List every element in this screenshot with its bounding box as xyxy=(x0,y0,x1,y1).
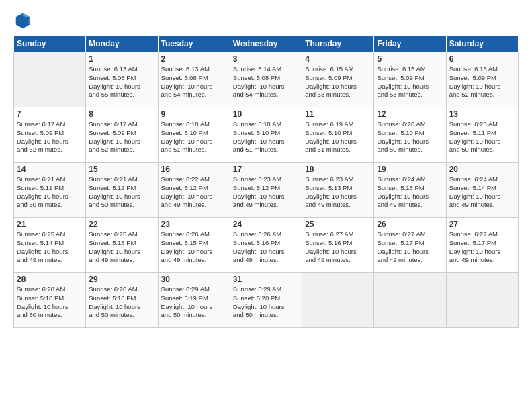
day-cell: 21Sunrise: 6:25 AM Sunset: 5:14 PM Dayli… xyxy=(14,218,86,273)
day-header-saturday: Saturday xyxy=(446,36,518,52)
day-cell xyxy=(14,52,86,107)
calendar-table: SundayMondayTuesdayWednesdayThursdayFrid… xyxy=(13,35,519,328)
week-row-5: 28Sunrise: 6:28 AM Sunset: 5:18 PM Dayli… xyxy=(14,273,519,328)
day-number: 5 xyxy=(377,54,443,64)
day-number: 18 xyxy=(305,165,371,174)
day-cell: 26Sunrise: 6:27 AM Sunset: 5:17 PM Dayli… xyxy=(374,218,446,273)
day-cell: 4Sunrise: 6:15 AM Sunset: 5:09 PM Daylig… xyxy=(302,52,374,107)
header-row: SundayMondayTuesdayWednesdayThursdayFrid… xyxy=(14,36,519,52)
day-cell: 14Sunrise: 6:21 AM Sunset: 5:11 PM Dayli… xyxy=(14,163,86,218)
day-cell: 16Sunrise: 6:22 AM Sunset: 5:12 PM Dayli… xyxy=(158,163,230,218)
day-info: Sunrise: 6:20 AM Sunset: 5:11 PM Dayligh… xyxy=(449,120,515,154)
day-info: Sunrise: 6:15 AM Sunset: 5:09 PM Dayligh… xyxy=(377,65,443,99)
day-info: Sunrise: 6:21 AM Sunset: 5:12 PM Dayligh… xyxy=(89,175,154,210)
day-cell: 29Sunrise: 6:28 AM Sunset: 5:18 PM Dayli… xyxy=(86,273,158,328)
day-number: 8 xyxy=(89,109,154,119)
day-header-tuesday: Tuesday xyxy=(158,36,230,52)
day-info: Sunrise: 6:22 AM Sunset: 5:12 PM Dayligh… xyxy=(161,175,227,210)
day-info: Sunrise: 6:18 AM Sunset: 5:10 PM Dayligh… xyxy=(161,120,227,154)
day-header-wednesday: Wednesday xyxy=(230,36,302,52)
day-info: Sunrise: 6:27 AM Sunset: 5:17 PM Dayligh… xyxy=(377,230,443,265)
day-header-sunday: Sunday xyxy=(14,36,86,52)
day-info: Sunrise: 6:21 AM Sunset: 5:11 PM Dayligh… xyxy=(17,175,83,210)
day-number: 19 xyxy=(377,165,443,174)
day-info: Sunrise: 6:17 AM Sunset: 5:09 PM Dayligh… xyxy=(89,120,154,154)
day-info: Sunrise: 6:24 AM Sunset: 5:13 PM Dayligh… xyxy=(377,175,443,210)
day-cell: 7Sunrise: 6:17 AM Sunset: 5:09 PM Daylig… xyxy=(14,107,86,163)
day-header-friday: Friday xyxy=(374,36,446,52)
day-info: Sunrise: 6:29 AM Sunset: 5:19 PM Dayligh… xyxy=(161,285,227,320)
day-cell xyxy=(374,273,446,328)
day-info: Sunrise: 6:27 AM Sunset: 5:17 PM Dayligh… xyxy=(449,230,515,265)
day-info: Sunrise: 6:23 AM Sunset: 5:13 PM Dayligh… xyxy=(305,175,371,210)
day-cell: 27Sunrise: 6:27 AM Sunset: 5:17 PM Dayli… xyxy=(446,218,518,273)
day-cell: 17Sunrise: 6:23 AM Sunset: 5:12 PM Dayli… xyxy=(230,163,302,218)
day-info: Sunrise: 6:15 AM Sunset: 5:09 PM Dayligh… xyxy=(305,65,371,99)
day-info: Sunrise: 6:26 AM Sunset: 5:16 PM Dayligh… xyxy=(233,230,299,265)
day-cell: 24Sunrise: 6:26 AM Sunset: 5:16 PM Dayli… xyxy=(230,218,302,273)
day-cell: 25Sunrise: 6:27 AM Sunset: 5:16 PM Dayli… xyxy=(302,218,374,273)
day-cell: 9Sunrise: 6:18 AM Sunset: 5:10 PM Daylig… xyxy=(158,107,230,163)
day-number: 21 xyxy=(17,220,83,229)
day-number: 9 xyxy=(161,109,227,119)
week-row-1: 1Sunrise: 6:13 AM Sunset: 5:08 PM Daylig… xyxy=(14,52,519,107)
day-number: 16 xyxy=(161,165,227,174)
logo xyxy=(13,11,35,30)
day-number: 20 xyxy=(449,165,515,174)
day-info: Sunrise: 6:13 AM Sunset: 5:08 PM Dayligh… xyxy=(161,65,227,99)
day-info: Sunrise: 6:25 AM Sunset: 5:14 PM Dayligh… xyxy=(17,230,83,265)
day-info: Sunrise: 6:23 AM Sunset: 5:12 PM Dayligh… xyxy=(233,175,299,210)
day-cell: 19Sunrise: 6:24 AM Sunset: 5:13 PM Dayli… xyxy=(374,163,446,218)
day-number: 2 xyxy=(161,54,227,64)
day-cell xyxy=(446,273,518,328)
day-number: 3 xyxy=(233,54,299,64)
day-cell: 10Sunrise: 6:18 AM Sunset: 5:10 PM Dayli… xyxy=(230,107,302,163)
day-cell: 22Sunrise: 6:25 AM Sunset: 5:15 PM Dayli… xyxy=(86,218,158,273)
day-cell: 23Sunrise: 6:26 AM Sunset: 5:15 PM Dayli… xyxy=(158,218,230,273)
day-cell xyxy=(302,273,374,328)
day-header-monday: Monday xyxy=(86,36,158,52)
day-number: 1 xyxy=(89,54,154,64)
day-number: 13 xyxy=(449,109,515,119)
day-number: 29 xyxy=(89,275,154,284)
page: SundayMondayTuesdayWednesdayThursdayFrid… xyxy=(0,0,532,411)
day-number: 22 xyxy=(89,220,154,229)
day-info: Sunrise: 6:27 AM Sunset: 5:16 PM Dayligh… xyxy=(305,230,371,265)
day-cell: 13Sunrise: 6:20 AM Sunset: 5:11 PM Dayli… xyxy=(446,107,518,163)
day-cell: 28Sunrise: 6:28 AM Sunset: 5:18 PM Dayli… xyxy=(14,273,86,328)
day-info: Sunrise: 6:20 AM Sunset: 5:10 PM Dayligh… xyxy=(377,120,443,154)
day-header-thursday: Thursday xyxy=(302,36,374,52)
day-number: 30 xyxy=(161,275,227,284)
day-cell: 6Sunrise: 6:16 AM Sunset: 5:09 PM Daylig… xyxy=(446,52,518,107)
week-row-4: 21Sunrise: 6:25 AM Sunset: 5:14 PM Dayli… xyxy=(14,218,519,273)
header xyxy=(13,11,519,30)
day-number: 27 xyxy=(449,220,515,229)
day-info: Sunrise: 6:28 AM Sunset: 5:18 PM Dayligh… xyxy=(89,285,154,320)
day-cell: 8Sunrise: 6:17 AM Sunset: 5:09 PM Daylig… xyxy=(86,107,158,163)
day-cell: 12Sunrise: 6:20 AM Sunset: 5:10 PM Dayli… xyxy=(374,107,446,163)
day-cell: 2Sunrise: 6:13 AM Sunset: 5:08 PM Daylig… xyxy=(158,52,230,107)
day-info: Sunrise: 6:17 AM Sunset: 5:09 PM Dayligh… xyxy=(17,120,83,154)
day-number: 14 xyxy=(17,165,83,174)
day-cell: 3Sunrise: 6:14 AM Sunset: 5:08 PM Daylig… xyxy=(230,52,302,107)
day-info: Sunrise: 6:18 AM Sunset: 5:10 PM Dayligh… xyxy=(233,120,299,154)
week-row-2: 7Sunrise: 6:17 AM Sunset: 5:09 PM Daylig… xyxy=(14,107,519,163)
day-info: Sunrise: 6:16 AM Sunset: 5:09 PM Dayligh… xyxy=(449,65,515,99)
day-number: 15 xyxy=(89,165,154,174)
day-cell: 11Sunrise: 6:19 AM Sunset: 5:10 PM Dayli… xyxy=(302,107,374,163)
day-number: 12 xyxy=(377,109,443,119)
day-info: Sunrise: 6:28 AM Sunset: 5:18 PM Dayligh… xyxy=(17,285,83,320)
day-number: 25 xyxy=(305,220,371,229)
day-number: 4 xyxy=(305,54,371,64)
day-info: Sunrise: 6:29 AM Sunset: 5:20 PM Dayligh… xyxy=(233,285,299,320)
day-number: 24 xyxy=(233,220,299,229)
day-number: 17 xyxy=(233,165,299,174)
day-info: Sunrise: 6:19 AM Sunset: 5:10 PM Dayligh… xyxy=(305,120,371,154)
day-number: 6 xyxy=(449,54,515,64)
day-cell: 15Sunrise: 6:21 AM Sunset: 5:12 PM Dayli… xyxy=(86,163,158,218)
day-number: 10 xyxy=(233,109,299,119)
day-number: 31 xyxy=(233,275,299,284)
day-info: Sunrise: 6:25 AM Sunset: 5:15 PM Dayligh… xyxy=(89,230,154,265)
day-info: Sunrise: 6:26 AM Sunset: 5:15 PM Dayligh… xyxy=(161,230,227,265)
day-number: 7 xyxy=(17,109,83,119)
